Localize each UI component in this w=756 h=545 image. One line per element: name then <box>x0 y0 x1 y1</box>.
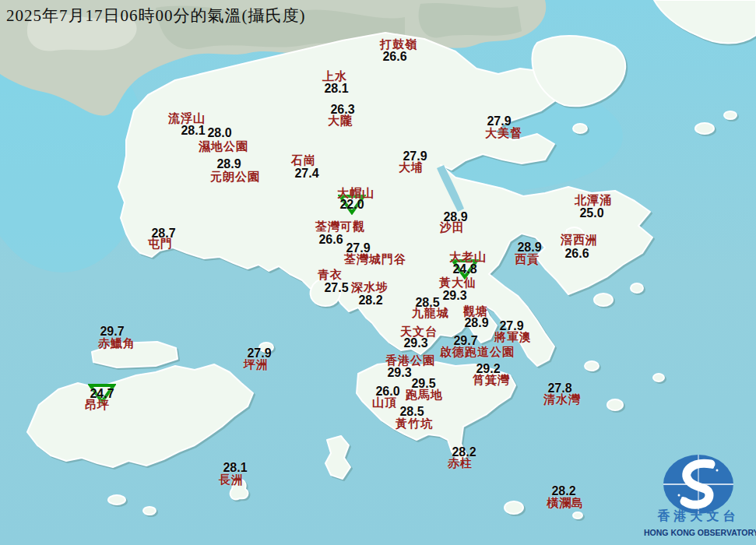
station-name: 筲箕灣 <box>473 374 510 386</box>
land-waglan <box>573 512 582 519</box>
station-temp: 28.2 <box>358 294 382 307</box>
station-name: 觀塘 <box>463 306 488 318</box>
station-name: 長洲 <box>219 474 244 486</box>
station-name: 上水 <box>322 71 347 83</box>
weather-map-canvas: 2025年7月17日06時00分的氣溫(攝氏度) 26.6打鼓嶺28.1上水28… <box>0 0 756 545</box>
station-name: 西貢 <box>515 254 540 265</box>
station-temp: 28.9 <box>216 158 241 171</box>
station-name: 大帽山 <box>337 188 374 199</box>
station-name: 啟德跑道公園 <box>440 346 515 358</box>
station-temp: 26.6 <box>382 51 406 63</box>
station-name: 荃灣城門谷 <box>344 254 406 265</box>
station-temp: 28.1 <box>181 125 205 137</box>
station-name: 將軍澳 <box>494 332 532 343</box>
station-name: 香港公園 <box>385 355 435 367</box>
station-name: 深水埗 <box>351 282 389 294</box>
station-name: 元朗公園 <box>210 171 260 183</box>
land-po-toi <box>505 501 523 514</box>
station-name: 滘西洲 <box>561 234 598 246</box>
station-name: 天文台 <box>400 326 438 338</box>
station-name: 青衣 <box>318 269 343 281</box>
land-soko-2 <box>143 507 156 515</box>
station-name: 北潭涌 <box>575 195 612 206</box>
station-name: 坪洲 <box>244 359 269 371</box>
station-name: 昂坪 <box>85 399 110 411</box>
station-name: 打鼓嶺 <box>380 39 417 51</box>
land-island-5 <box>653 374 664 382</box>
map-title: 2025年7月17日06時00分的氣溫(攝氏度) <box>6 5 306 26</box>
land-ne-island <box>724 111 737 119</box>
station-temp: 26.6 <box>564 248 589 260</box>
hko-logo: 香港天文台 HONG KONG OBSERVATORY <box>644 452 753 543</box>
station-temp: 27.4 <box>294 167 318 180</box>
station-name: 黃大仙 <box>439 277 476 289</box>
station-name: 赤鱲角 <box>98 338 135 350</box>
station-name: 石崗 <box>291 155 316 167</box>
station-temp: 28.1 <box>324 83 348 95</box>
station-temp: 28.9 <box>464 317 488 329</box>
land-island-3 <box>585 361 599 371</box>
land-kat-o <box>573 124 587 133</box>
station-temp: 27.5 <box>324 282 348 294</box>
station-name: 流浮山 <box>168 113 206 125</box>
hko-logo-name-en: HONG KONG OBSERVATORY <box>644 528 753 537</box>
station-temp: 29.3 <box>442 290 466 302</box>
station-name: 濕地公園 <box>199 141 248 153</box>
map-svg <box>0 0 756 545</box>
station-name: 沙田 <box>440 222 465 234</box>
station-temp: 22.0 <box>339 199 364 211</box>
station-temp: 29.3 <box>387 367 411 379</box>
land-tung-ping-chau <box>695 123 714 134</box>
station-name: 大美督 <box>485 128 522 139</box>
station-name: 清水灣 <box>543 394 581 406</box>
station-temp: 28.0 <box>207 127 231 139</box>
hko-logo-name-cjk: 香港天文台 <box>644 508 753 525</box>
station-name: 屯門 <box>148 238 173 250</box>
station-name: 跑馬地 <box>406 389 443 401</box>
station-temp: 25.0 <box>579 207 603 220</box>
station-name: 九龍城 <box>412 308 449 319</box>
land-island-4 <box>607 399 623 410</box>
station-name: 大隴 <box>328 115 353 127</box>
station-temp: 24.8 <box>452 263 476 276</box>
station-name: 大埔 <box>399 162 424 174</box>
station-name: 大老山 <box>449 251 487 263</box>
land-island-2 <box>631 283 643 293</box>
station-temp: 26.6 <box>318 234 343 246</box>
station-name: 荃灣可觀 <box>315 221 365 233</box>
station-name: 黃竹坑 <box>396 418 433 430</box>
land-soko-1 <box>108 495 125 505</box>
station-temp: 29.3 <box>403 337 427 350</box>
station-name: 橫瀾島 <box>547 498 584 509</box>
land-island-1 <box>594 294 613 306</box>
station-name: 山頂 <box>372 397 397 409</box>
station-name: 赤柱 <box>448 458 473 469</box>
